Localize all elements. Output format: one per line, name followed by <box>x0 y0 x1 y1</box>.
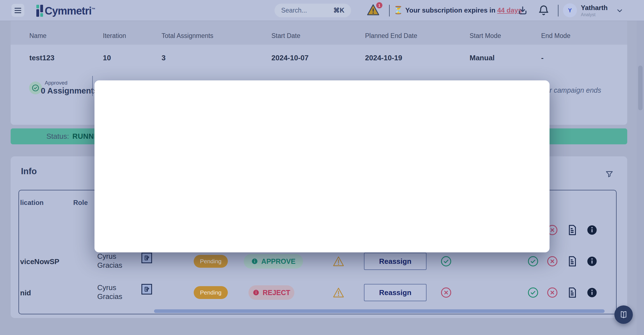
rowB-document-icon[interactable] <box>567 256 578 267</box>
col-start-date: Start Date <box>271 32 300 40</box>
rowC-reassign-label: Reassign <box>379 288 411 297</box>
col-total-assignments: Total Assignments <box>162 32 213 40</box>
license-warning-icon[interactable]: 1 <box>366 3 382 18</box>
open-book-icon <box>619 310 628 319</box>
rowC-recommendation-text: REJECT <box>263 289 290 297</box>
col-end-mode: End Mode <box>541 32 570 40</box>
rowC-edit-note-icon[interactable] <box>141 284 152 295</box>
header-divider-2 <box>558 5 558 16</box>
search-placeholder: Search... <box>281 7 307 14</box>
campaign-start-date: 2024-10-07 <box>271 54 309 62</box>
col-application-clipped: lication <box>20 199 44 207</box>
col-start-mode: Start Mode <box>470 32 501 40</box>
rowC-manager-line1: Cyrus <box>97 283 122 292</box>
top-bar: Cymmetri™ Search... ⌘K 1 ⏳ Your subscrip… <box>0 0 644 21</box>
rowC-document-icon[interactable] <box>567 287 578 298</box>
horizontal-scrollbar[interactable] <box>154 309 605 313</box>
hamburger-menu-icon[interactable] <box>11 4 24 17</box>
campaign-end-mode: - <box>541 54 544 62</box>
brand-name: Cymmetri™ <box>45 5 95 17</box>
col-name: Name <box>29 32 46 40</box>
filter-funnel-icon[interactable] <box>605 170 614 179</box>
vertical-scrollbar-thumb[interactable] <box>638 66 643 110</box>
info-icon <box>253 289 259 296</box>
rowC-application: nid <box>20 289 31 297</box>
avatar-initial: Y <box>568 7 572 14</box>
campaign-name[interactable]: test123 <box>29 54 55 62</box>
rowC-info-icon[interactable] <box>586 287 598 298</box>
user-name: Yatharth <box>581 4 608 12</box>
status-label: Status: <box>46 132 69 141</box>
approved-stat-value: 0 Assignments <box>41 86 98 95</box>
rowC-rejected-x-circle-icon[interactable] <box>441 287 452 298</box>
campaign-iteration: 10 <box>103 54 111 62</box>
past-campaign-history-modal <box>94 80 550 252</box>
info-panel-title: Info <box>21 166 37 176</box>
rowC-status-text: Pending <box>200 289 221 296</box>
rowC-reassign-button[interactable]: Reassign <box>364 284 427 301</box>
rowC-approve-check-circle-icon[interactable] <box>527 287 539 298</box>
brand-label: Cymmetri <box>45 5 91 17</box>
subscription-text: Your subscription expires in <box>405 6 495 14</box>
rowB-edit-note-icon[interactable] <box>141 253 152 263</box>
header-divider <box>389 5 390 16</box>
rowB-manager: Cyrus Gracias <box>97 252 122 270</box>
rowB-manager-line1: Cyrus <box>97 252 122 261</box>
rowB-recommendation-approve-badge: APPROVE <box>244 254 303 269</box>
col-iteration: Iteration <box>103 32 126 40</box>
row0-info-icon[interactable] <box>586 224 598 236</box>
campaign-ends-text-fragment: er campaign ends <box>546 86 601 94</box>
rowB-info-icon[interactable] <box>586 256 598 267</box>
search-input[interactable]: Search... ⌘K <box>274 4 351 17</box>
rowB-approve-check-circle-icon[interactable] <box>527 256 539 267</box>
campaign-end-date: 2024-10-19 <box>365 54 402 62</box>
row0-document-icon[interactable] <box>567 224 578 236</box>
stats-divider <box>92 76 93 96</box>
rowC-reject-x-circle-icon[interactable] <box>547 287 558 298</box>
approved-stat-label: Approved <box>45 80 67 86</box>
col-planned-end-date: Planned End Date <box>365 32 417 40</box>
rowB-status-pending-badge: Pending <box>194 255 228 268</box>
rowB-application: viceNowSP <box>20 257 59 266</box>
brand-logo-icon <box>36 5 43 17</box>
info-icon <box>251 258 258 265</box>
warning-badge: 1 <box>376 2 382 8</box>
user-menu-chevron-down-icon[interactable] <box>615 7 624 14</box>
col-role: Role <box>73 199 88 207</box>
hourglass-icon: ⏳ <box>394 6 403 15</box>
brand-trademark: ™ <box>91 7 95 11</box>
rowC-recommendation-reject-badge: REJECT <box>248 285 294 300</box>
rowB-reassign-button[interactable]: Reassign <box>364 253 427 270</box>
rowC-status-pending-badge: Pending <box>194 286 228 299</box>
campaign-start-mode: Manual <box>470 54 495 62</box>
download-icon[interactable] <box>517 5 528 16</box>
subscription-notice: Your subscription expires in 44 days <box>405 6 522 14</box>
docs-book-button[interactable] <box>614 305 633 324</box>
rowB-warning-triangle-icon[interactable] <box>332 255 345 267</box>
search-shortcut: ⌘K <box>333 7 344 14</box>
notifications-bell-icon[interactable] <box>538 4 550 16</box>
rowB-status-text: Pending <box>200 258 221 265</box>
approved-check-icon <box>29 82 42 94</box>
user-avatar[interactable]: Y <box>563 3 577 17</box>
rowC-warning-triangle-icon[interactable] <box>332 287 345 298</box>
app-screen: Cymmetri™ Search... ⌘K 1 ⏳ Your subscrip… <box>0 0 644 335</box>
rowB-reject-x-circle-icon[interactable] <box>547 256 558 267</box>
rowB-recommendation-text: APPROVE <box>261 257 295 265</box>
rowC-manager-line2: Gracias <box>97 292 122 301</box>
rowB-approved-check-circle-icon[interactable] <box>441 256 452 267</box>
campaign-total: 3 <box>162 54 165 62</box>
user-role: Analyst <box>581 12 595 17</box>
rowC-manager: Cyrus Gracias <box>97 283 122 301</box>
rowB-reassign-label: Reassign <box>379 257 411 266</box>
rowB-manager-line2: Gracias <box>97 261 122 270</box>
